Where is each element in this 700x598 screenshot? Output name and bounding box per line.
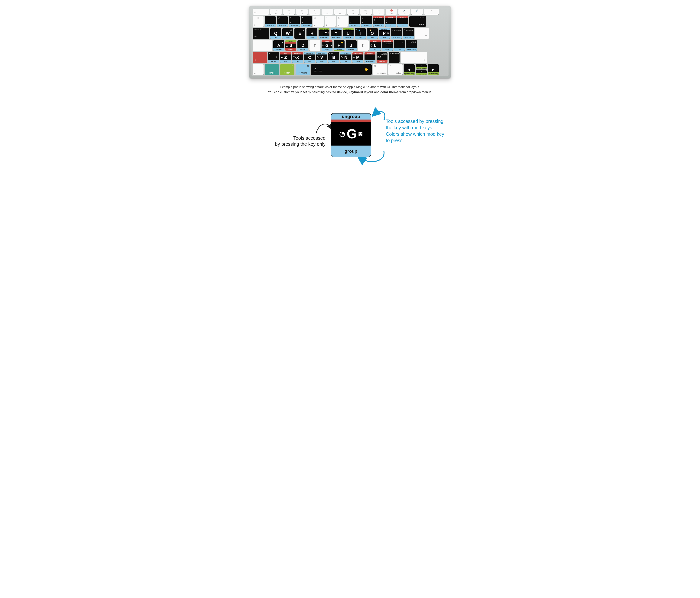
key-grave: ~👁`next view	[268, 52, 279, 63]
key-q: Qquit	[270, 28, 281, 39]
key-3: #3zoom 400%	[289, 16, 300, 27]
key-s: export...S▭save as...	[285, 40, 296, 51]
key-equals: superscript+=🔍⁺	[397, 16, 408, 27]
legend-bottom-label: group	[331, 146, 371, 157]
key-a: A↖select all	[273, 40, 284, 51]
legend-top-label: ungroup	[331, 114, 371, 122]
key-left-bracket: {DECREASE BRUSH SIZE[move back	[391, 28, 402, 39]
key-f8: ▷∥F8	[360, 9, 372, 15]
key-tab: TOGGLE UItab	[253, 28, 269, 39]
key-z: redoZ◐undo	[280, 52, 291, 63]
key-f6: F6	[334, 9, 346, 15]
key-esc: esc	[253, 9, 269, 15]
key-arrow-down: ▼increase leading	[416, 70, 427, 75]
key-f7: ◃◃F7	[347, 9, 359, 15]
key-u: justify leftUunderline	[343, 28, 354, 39]
key-1: !11zoom 100%	[265, 16, 276, 27]
key-quote: "〃'grid	[394, 40, 405, 51]
key-l: unlockL◯lock	[370, 40, 381, 51]
key-f2: ☀F2	[283, 9, 295, 15]
key-f12: 🔊F12	[411, 9, 423, 15]
key-v: paste insideV↖paste	[316, 52, 327, 63]
key-semicolon: spelling opts.:SNAPPING;guides	[382, 40, 393, 51]
key-o: O✏ 🔥open	[367, 28, 378, 39]
key-caps-lock: •	[253, 40, 272, 51]
key-h: H👆show all	[333, 40, 345, 51]
key-right-bracket: }INCREASE BRUSH SIZE]move forw.	[403, 28, 414, 39]
key-arrow-right: ▶loosen spacing	[428, 64, 439, 75]
legend-key-letter: ◔G◙	[331, 122, 371, 146]
key-option-left: altoption	[280, 64, 295, 75]
key-4: $4zoom 800%	[301, 16, 312, 27]
key-control: control	[265, 64, 279, 75]
key-f4: ⊞F4	[309, 9, 320, 15]
legend-text-left: Tools accessedby pressing the key only	[261, 135, 326, 147]
key-b: B⧉ ▦ ▧bold	[328, 52, 339, 63]
key-p: doc. setupP🖨print	[379, 28, 390, 39]
key-e: ✎E	[295, 28, 305, 39]
key-f11: 🔉F11	[398, 9, 410, 15]
keyboard-frame: esc ☼F1 ☀F2 ▦F3 ⊞F4 F5 F6 ◃◃F7 ▷∥F8 ▹▹F9…	[249, 6, 451, 78]
key-m: media browserM▭curves	[352, 52, 364, 63]
caption-text: Example photo showing default color them…	[249, 85, 451, 95]
key-right-shift: ⇧	[401, 52, 427, 63]
key-5: %5	[313, 16, 324, 27]
key-y: view: pixelsYview: outline	[331, 28, 342, 39]
key-f5: F5	[322, 9, 333, 15]
key-f9: ▹▹F9	[373, 9, 384, 15]
key-fn: fn	[253, 64, 264, 75]
legend-diagram: ungroup ◔G◙ group Tools accessedby press…	[248, 100, 452, 168]
key-d: Ddeselect	[297, 40, 308, 51]
key-t: show typogr.T🅰🍷show charact.	[319, 28, 329, 39]
key-left-shift: ⇧	[253, 52, 267, 63]
key-2: @2zoom 200%	[277, 16, 288, 27]
key-backslash: |CLIP TO CANVAS\convert to curves	[406, 40, 417, 51]
key-i: I🔍 💧italic	[355, 28, 366, 39]
key-delete: DELETEdelete	[409, 16, 426, 27]
key-f3: ▦F3	[296, 9, 308, 15]
key-section: ±§	[253, 16, 264, 27]
key-space: kKEYSHORTS✋	[311, 64, 372, 75]
key-slash: ?FILL: NONE/	[389, 52, 400, 63]
key-command-right: ⌘command	[373, 64, 387, 75]
key-8: *8actual size	[349, 16, 360, 27]
key-9: (9pixel size	[361, 16, 372, 27]
legend-text-right: Tools accessed by pressing the key with …	[386, 118, 448, 144]
key-eject: ⏏	[424, 9, 439, 15]
key-command-left: ⌘command	[296, 64, 310, 75]
key-minus: subscript_-🔍⁻	[385, 16, 396, 27]
key-x: swap line/fillXFILL CNTXTcut	[292, 52, 303, 63]
key-6: ^6	[325, 16, 336, 27]
key-period: >RESET SEL. BOXSPLIT VIEW.bigger font	[377, 52, 388, 63]
legend-key-sample: ungroup ◔G◙ group	[331, 114, 371, 157]
key-return: ↩	[415, 28, 429, 39]
key-w: 🖌Wclose	[282, 28, 293, 39]
key-arrow-up: ▲decrease leading	[416, 64, 427, 69]
key-7: &7	[337, 16, 348, 27]
key-option-right: altoption	[388, 64, 403, 75]
key-f: F	[309, 40, 320, 51]
key-0: zoom to sel.)0zoom to fit	[373, 16, 384, 27]
key-c: align centerC⌖copy	[304, 52, 315, 63]
key-g: ungroupG◔◙group	[322, 40, 332, 51]
key-arrow-left: ◀tighten spacing	[404, 64, 415, 75]
key-r: Rrulers	[306, 28, 318, 39]
key-j: Jduplicate	[346, 40, 357, 51]
key-f10: 🔇F10	[385, 9, 397, 15]
key-f1: ☼F1	[270, 9, 282, 15]
key-n: new layerN✎new	[341, 52, 351, 63]
key-k: K	[358, 40, 369, 51]
key-comma: smaller font<,preferences	[365, 52, 375, 63]
